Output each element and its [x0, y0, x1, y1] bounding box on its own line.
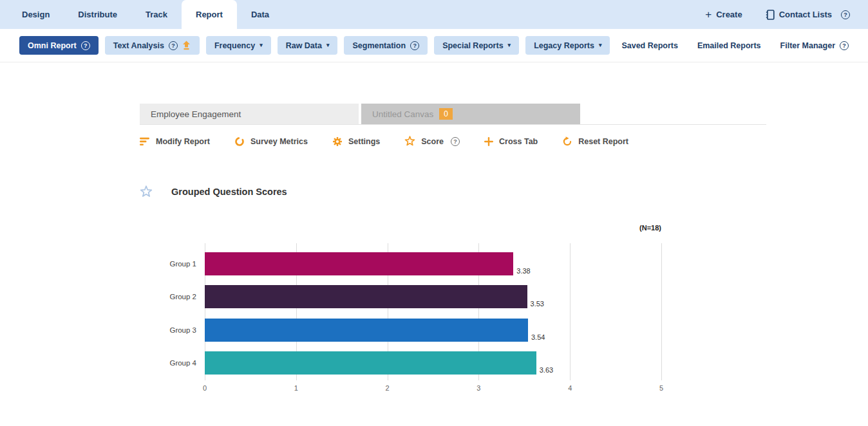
- upgrade-icon: [182, 41, 191, 50]
- chart-plot-area: Group 13.38Group 23.53Group 33.54Group 4…: [205, 243, 661, 380]
- modify-report-button[interactable]: Modify Report: [140, 137, 210, 146]
- text-analysis-button[interactable]: Text Analysis ?: [105, 36, 200, 55]
- contact-lists-icon: [766, 10, 775, 20]
- plus-icon: [484, 137, 493, 146]
- bar-row: Group 43.63: [205, 351, 553, 375]
- favorite-star-icon[interactable]: [140, 185, 153, 198]
- reset-report-button[interactable]: Reset Report: [562, 136, 628, 147]
- report-title-row: Grouped Question Scores: [140, 185, 868, 198]
- saved-reports-link[interactable]: Saved Reports: [621, 41, 678, 50]
- canvas-tab-badge: 0: [439, 108, 453, 120]
- canvas-tab-untitled-canvas[interactable]: Untitled Canvas 0: [361, 104, 580, 124]
- star-icon: [404, 136, 415, 147]
- chevron-down-icon: ▾: [326, 42, 330, 48]
- x-axis-tick: 5: [659, 384, 663, 392]
- x-axis-tick: 1: [294, 384, 298, 392]
- bar-group-4[interactable]: [205, 351, 536, 375]
- help-icon: ?: [451, 137, 460, 146]
- gridline: [661, 243, 662, 380]
- create-button[interactable]: + Create: [705, 9, 742, 20]
- contact-lists-button[interactable]: Contact Lists ?: [766, 10, 850, 20]
- category-label: Group 4: [132, 359, 196, 367]
- raw-data-dropdown[interactable]: Raw Data ▾: [278, 36, 338, 55]
- help-icon: ?: [410, 41, 419, 50]
- reset-icon: [562, 136, 572, 147]
- survey-metrics-icon: [234, 136, 245, 147]
- bar-value-label: 3.38: [516, 267, 530, 275]
- modify-report-icon: [140, 137, 150, 146]
- bar-group-3[interactable]: [205, 319, 528, 342]
- x-axis-tick: 2: [386, 384, 390, 392]
- contact-lists-label: Contact Lists: [779, 10, 832, 19]
- bar-row: Group 13.38: [205, 252, 531, 275]
- special-reports-dropdown[interactable]: Special Reports ▾: [434, 36, 519, 55]
- help-icon: ?: [841, 10, 850, 19]
- top-navigation: Design Distribute Track Report Data + Cr…: [0, 0, 868, 29]
- nav-tab-data[interactable]: Data: [237, 0, 283, 29]
- nav-tab-design[interactable]: Design: [8, 0, 64, 29]
- omni-report-button[interactable]: Omni Report ?: [19, 36, 99, 55]
- help-icon: ?: [840, 41, 849, 50]
- category-label: Group 3: [132, 326, 196, 334]
- gear-icon: [332, 136, 343, 147]
- x-axis-tick: 0: [203, 384, 207, 392]
- canvas-tabs: Employee Engagement Untitled Canvas 0: [140, 104, 766, 125]
- bar-value-label: 3.53: [531, 300, 544, 308]
- nav-tab-track[interactable]: Track: [131, 0, 182, 29]
- create-label: Create: [716, 10, 742, 19]
- nav-tab-report[interactable]: Report: [182, 0, 237, 29]
- filter-manager-link[interactable]: Filter Manager ?: [780, 41, 849, 50]
- bar-group-2[interactable]: [205, 285, 527, 308]
- emailed-reports-link[interactable]: Emailed Reports: [697, 41, 761, 50]
- help-icon: ?: [169, 41, 178, 50]
- page-title: Grouped Question Scores: [171, 187, 287, 197]
- legacy-reports-dropdown[interactable]: Legacy Reports ▾: [525, 36, 610, 55]
- bar-row: Group 23.53: [205, 285, 544, 308]
- x-axis: 012345: [205, 384, 661, 394]
- frequency-dropdown[interactable]: Frequency ▾: [206, 36, 271, 55]
- bar-group-1[interactable]: [205, 252, 513, 275]
- x-axis-tick: 4: [568, 384, 572, 392]
- gridline: [570, 243, 571, 380]
- chevron-down-icon: ▾: [599, 42, 602, 48]
- chevron-down-icon: ▾: [259, 42, 263, 48]
- plus-icon: +: [705, 9, 712, 20]
- survey-metrics-button[interactable]: Survey Metrics: [234, 136, 308, 147]
- bar-value-label: 3.63: [540, 366, 553, 374]
- canvas-tab-employee-engagement[interactable]: Employee Engagement: [140, 104, 359, 124]
- help-icon: ?: [81, 41, 90, 50]
- bar-value-label: 3.54: [531, 333, 545, 341]
- nav-tab-distribute[interactable]: Distribute: [64, 0, 131, 29]
- score-button[interactable]: Score ?: [404, 136, 460, 147]
- bar-row: Group 33.54: [205, 319, 545, 342]
- category-label: Group 2: [132, 293, 196, 301]
- segmentation-button[interactable]: Segmentation ?: [344, 36, 428, 55]
- x-axis-tick: 3: [476, 384, 480, 392]
- topnav-actions: + Create Contact Lists ?: [705, 0, 868, 29]
- chevron-down-icon: ▾: [508, 42, 511, 48]
- report-nav-links: Saved Reports Emailed Reports Filter Man…: [621, 41, 849, 50]
- settings-button[interactable]: Settings: [332, 136, 380, 147]
- category-label: Group 1: [132, 260, 196, 268]
- sample-size-label: (N=18): [205, 224, 661, 232]
- report-toolbar: Modify Report Survey Metrics Settings Sc…: [140, 136, 868, 147]
- report-nav: Omni Report ? Text Analysis ? Frequency …: [0, 29, 868, 62]
- cross-tab-button[interactable]: Cross Tab: [484, 137, 538, 146]
